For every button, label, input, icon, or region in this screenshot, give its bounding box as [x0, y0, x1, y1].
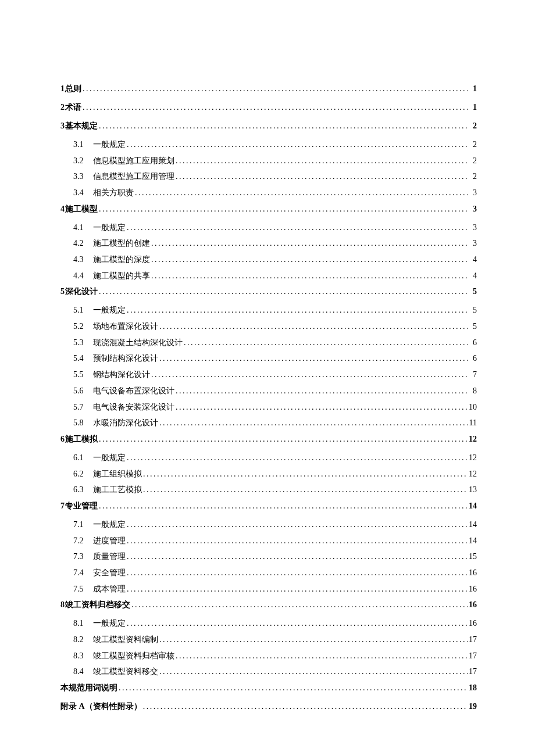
toc-entry-title: 竣工模型资料移交 [93, 667, 158, 677]
toc-entry[interactable]: 7.3质量管理15 [60, 551, 477, 562]
toc-entry-number: 3.4 [73, 188, 93, 198]
toc-entry[interactable]: 6.3施工工艺模拟13 [60, 485, 477, 495]
toc-entry[interactable]: 5.6电气设备布置深化设计8 [60, 386, 477, 396]
toc-entry[interactable]: 4.3施工模型的深度4 [60, 255, 477, 265]
toc-entry-title: 成本管理 [93, 584, 126, 594]
toc-entry-title: 质量管理 [93, 551, 126, 562]
toc-entry-page: 4 [469, 271, 477, 281]
toc-leader-dots [151, 255, 468, 265]
toc-entry-number: 5 [60, 286, 65, 297]
toc-entry[interactable]: 3.4相关方职责3 [60, 188, 477, 198]
toc-leader-dots [127, 305, 468, 316]
toc-entry-title: 电气设备布置深化设计 [93, 386, 174, 396]
toc-entry-title: 本规范用词说明 [60, 683, 117, 693]
toc-leader-dots [131, 600, 468, 610]
toc-entry-page: 4 [469, 255, 477, 265]
toc-entry[interactable]: 4.4施工模型的共享4 [60, 271, 477, 281]
toc-entry-page: 15 [469, 551, 477, 562]
toc-entry-title: 深化设计 [65, 286, 98, 297]
toc-leader-dots [127, 519, 468, 530]
toc-entry[interactable]: 6.2施工组织模拟12 [60, 469, 477, 479]
toc-entry-page: 19 [469, 701, 477, 712]
toc-leader-dots [99, 434, 468, 445]
toc-entry-number: 7.3 [73, 551, 93, 562]
toc-entry-number: 5.5 [73, 370, 93, 380]
toc-leader-dots [184, 338, 468, 348]
toc-entry[interactable]: 5.1一般规定5 [60, 305, 477, 316]
toc-entry[interactable]: 8竣工资料归档移交16 [60, 600, 477, 610]
toc-entry[interactable]: 2术语1 [60, 102, 477, 113]
toc-entry-title: 一般规定 [93, 305, 126, 316]
toc-leader-dots [127, 568, 468, 578]
toc-entry-title: 进度管理 [93, 536, 126, 546]
toc-entry[interactable]: 5.3现浇混凝土结构深化设计6 [60, 338, 477, 348]
toc-entry-number: 3 [60, 121, 65, 131]
toc-entry-number: 5.3 [73, 338, 93, 348]
toc-entry-title: 竣工资料归档移交 [65, 600, 130, 610]
toc-entry-page: 5 [469, 321, 477, 332]
toc-entry-page: 16 [469, 600, 477, 610]
toc-leader-dots [176, 171, 468, 182]
toc-entry[interactable]: 5.5钢结构深化设计7 [60, 370, 477, 380]
toc-entry-title: 信息模型施工应用管理 [93, 171, 174, 182]
toc-entry-title: 术语 [65, 102, 81, 113]
toc-entry-page: 5 [469, 286, 477, 297]
toc-entry-title: 信息模型施工应用策划 [93, 156, 174, 166]
toc-entry[interactable]: 6施工模拟12 [60, 434, 477, 445]
toc-entry[interactable]: 8.3竣工模型资料归档审核17 [60, 651, 477, 661]
toc-entry[interactable]: 4.2施工模型的创建3 [60, 238, 477, 249]
toc-entry[interactable]: 8.4竣工模型资料移交17 [60, 667, 477, 677]
toc-entry[interactable]: 3.2信息模型施工应用策划2 [60, 156, 477, 166]
toc-entry[interactable]: 7.4安全管理16 [60, 568, 477, 578]
toc-entry-title: 一般规定 [93, 139, 126, 150]
toc-entry-page: 12 [469, 469, 477, 479]
toc-entry-number: 5.6 [73, 386, 93, 396]
toc-entry[interactable]: 5.4预制结构深化设计6 [60, 353, 477, 364]
toc-entry[interactable]: 附录 A（资料性附录）19 [60, 701, 477, 712]
toc-entry[interactable]: 7专业管理14 [60, 501, 477, 511]
toc-leader-dots [151, 271, 468, 281]
table-of-contents: 1总则12术语13基本规定23.1一般规定23.2信息模型施工应用策划23.3信… [60, 84, 477, 712]
toc-entry-number: 5.2 [73, 321, 93, 332]
toc-entry-number: 5.8 [73, 418, 93, 428]
toc-leader-dots [151, 370, 468, 380]
toc-entry-title: 附录 A（资料性附录） [60, 701, 142, 712]
toc-entry-number: 5.7 [73, 402, 93, 413]
toc-entry[interactable]: 3.1一般规定2 [60, 139, 477, 150]
toc-entry-number: 4.3 [73, 255, 93, 265]
toc-entry-page: 1 [469, 102, 477, 113]
toc-entry[interactable]: 4施工模型3 [60, 204, 477, 214]
toc-entry-page: 2 [469, 171, 477, 182]
toc-entry-number: 6.1 [73, 453, 93, 463]
toc-entry[interactable]: 本规范用词说明18 [60, 683, 477, 693]
toc-entry[interactable]: 5.8水暖消防深化设计11 [60, 418, 477, 428]
toc-entry-number: 3.3 [73, 171, 93, 182]
toc-entry[interactable]: 5深化设计5 [60, 286, 477, 297]
toc-entry[interactable]: 5.7电气设备安装深化设计10 [60, 402, 477, 413]
toc-entry[interactable]: 8.1一般规定16 [60, 618, 477, 629]
toc-entry[interactable]: 8.2竣工模型资料编制17 [60, 635, 477, 645]
toc-entry-title: 总则 [65, 84, 81, 94]
toc-entry[interactable]: 7.2进度管理14 [60, 536, 477, 546]
toc-entry[interactable]: 3基本规定2 [60, 121, 477, 131]
toc-entry[interactable]: 3.3信息模型施工应用管理2 [60, 171, 477, 182]
toc-entry-number: 8.4 [73, 667, 93, 677]
toc-leader-dots [159, 353, 468, 364]
toc-entry-page: 14 [469, 536, 477, 546]
toc-entry-number: 6.2 [73, 469, 93, 479]
toc-entry[interactable]: 7.1一般规定14 [60, 519, 477, 530]
toc-entry-page: 16 [469, 618, 477, 629]
toc-entry-title: 施工模型的共享 [93, 271, 150, 281]
toc-entry[interactable]: 5.2场地布置深化设计5 [60, 321, 477, 332]
toc-entry-page: 3 [469, 188, 477, 198]
toc-entry-page: 13 [469, 485, 477, 495]
toc-entry[interactable]: 6.1一般规定12 [60, 453, 477, 463]
toc-entry-number: 8.3 [73, 651, 93, 661]
toc-entry-page: 3 [469, 238, 477, 249]
toc-entry[interactable]: 1总则1 [60, 84, 477, 94]
toc-entry-title: 安全管理 [93, 568, 126, 578]
toc-entry-title: 一般规定 [93, 618, 126, 629]
toc-entry[interactable]: 4.1一般规定3 [60, 223, 477, 233]
toc-leader-dots [127, 223, 468, 233]
toc-entry[interactable]: 7.5成本管理16 [60, 584, 477, 594]
